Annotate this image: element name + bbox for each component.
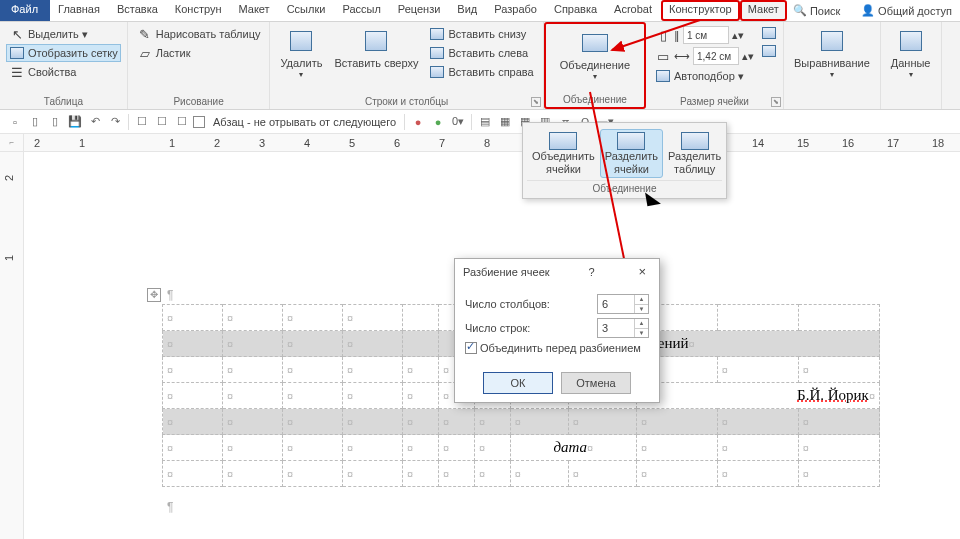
split-table-button[interactable]: Разделить таблицу: [663, 129, 726, 178]
dialog-close[interactable]: ×: [633, 264, 651, 279]
cols-down[interactable]: ▼: [635, 305, 648, 314]
autofit-icon: [655, 68, 671, 84]
tab-insert[interactable]: Вставка: [109, 0, 167, 21]
width-input[interactable]: [693, 47, 739, 65]
insert-right-icon: [429, 64, 445, 80]
width-icon: ▭: [655, 48, 671, 64]
rows-down[interactable]: ▼: [635, 329, 648, 338]
select-button[interactable]: ↖Выделить ▾: [6, 25, 121, 43]
search-icon: 🔍: [793, 4, 807, 17]
draw-table-button[interactable]: ✎Нарисовать таблицу: [134, 25, 264, 43]
properties-button[interactable]: ☰Свойства: [6, 63, 121, 81]
rc-launcher[interactable]: ⬊: [531, 97, 541, 107]
ribbon: ↖Выделить ▾ Отобразить сетку ☰Свойства Т…: [0, 22, 960, 110]
dialog-titlebar[interactable]: Разбиение ячеек ? ×: [455, 259, 659, 284]
col-width[interactable]: ▭⟷ ▴▾: [652, 46, 757, 66]
toggle1[interactable]: ☐: [133, 113, 151, 131]
table-move-handle[interactable]: ✥: [147, 288, 161, 302]
cols-input[interactable]: [598, 295, 634, 313]
tab-mail[interactable]: Рассыл: [334, 0, 389, 21]
dot2[interactable]: ●: [429, 113, 447, 131]
tab-table-design[interactable]: Конструктор: [661, 0, 740, 21]
tab-home[interactable]: Главная: [50, 0, 109, 21]
properties-icon: ☰: [9, 64, 25, 80]
para-mark: ¶: [167, 288, 173, 302]
rows-up[interactable]: ▲: [635, 319, 648, 329]
toggle2[interactable]: ☐: [153, 113, 171, 131]
new-icon[interactable]: ▫: [6, 113, 24, 131]
insert-top-icon: [362, 27, 390, 55]
tab-help[interactable]: Справка: [546, 0, 606, 21]
data-dropdown[interactable]: Данные▾: [887, 25, 935, 94]
cols-spinner[interactable]: ▲▼: [597, 294, 649, 314]
group-draw: ✎Нарисовать таблицу ▱Ластик Рисование: [128, 22, 271, 109]
cols-up[interactable]: ▲: [635, 295, 648, 305]
share-button[interactable]: 👤 Общий доступ: [853, 0, 960, 21]
delete-button[interactable]: Удалить▾: [276, 25, 326, 94]
grid2-icon[interactable]: ▦: [496, 113, 514, 131]
tab-design[interactable]: Конструн: [167, 0, 231, 21]
group-title-rc: Строки и столбцы: [276, 94, 536, 109]
rows-label: Число строк:: [465, 322, 597, 334]
tab-table-layout[interactable]: Макет: [740, 0, 787, 21]
rows-spinner[interactable]: ▲▼: [597, 318, 649, 338]
cancel-button[interactable]: Отмена: [561, 372, 631, 394]
group-merge: Объединение▾ Объединение: [544, 22, 646, 109]
tab-layout[interactable]: Макет: [231, 0, 279, 21]
undo-icon[interactable]: ↶: [86, 113, 104, 131]
dist-rows-icon[interactable]: [761, 25, 777, 41]
save-icon[interactable]: 💾: [66, 113, 84, 131]
group-align: Выравнивание▾: [784, 22, 881, 109]
dist-cols-icon[interactable]: [761, 43, 777, 59]
row-height[interactable]: ▯‖ ▴▾: [652, 25, 757, 45]
height-input[interactable]: [683, 26, 729, 44]
align-dropdown[interactable]: Выравнивание▾: [790, 25, 874, 94]
book-icon[interactable]: ▤: [476, 113, 494, 131]
insert-left-icon: [429, 45, 445, 61]
insert-below-button[interactable]: Вставить снизу: [426, 25, 536, 43]
ruler-corner: ⌐: [0, 134, 24, 152]
ruler-vertical[interactable]: 2 1: [0, 152, 24, 539]
insert-top-button[interactable]: Вставить сверху: [330, 25, 422, 94]
zero[interactable]: 0▾: [449, 113, 467, 131]
merge-icon: [581, 29, 609, 57]
delete-icon: [287, 27, 315, 55]
tab-file[interactable]: Файл: [0, 0, 50, 21]
rows-input[interactable]: [598, 319, 634, 337]
tab-refs[interactable]: Ссылки: [279, 0, 335, 21]
ok-button[interactable]: ОК: [483, 372, 553, 394]
height-icon: ▯: [655, 27, 671, 43]
search-box[interactable]: 🔍 Поиск: [787, 0, 847, 21]
dot1[interactable]: ●: [409, 113, 427, 131]
merge-before-checkbox[interactable]: [465, 342, 477, 354]
size-launcher[interactable]: ⬊: [771, 97, 781, 107]
tab-acrobat[interactable]: Acrobat: [606, 0, 661, 21]
tab-dev[interactable]: Разрабо: [486, 0, 546, 21]
para-checkbox[interactable]: [193, 116, 205, 128]
merge-cells-button[interactable]: Объединить ячейки: [527, 129, 600, 178]
autofit-button[interactable]: Автоподбор ▾: [652, 67, 757, 85]
eraser-button[interactable]: ▱Ластик: [134, 44, 264, 62]
pencil-icon: ✎: [137, 26, 153, 42]
merge-before-label: Объединить перед разбиением: [480, 342, 641, 354]
ruler-horizontal[interactable]: 2 1 1 2 3 4 5 6 7 8 9 10 11 12 13 14 15 …: [24, 134, 960, 152]
split-cells-button[interactable]: Разделить ячейки: [600, 129, 663, 178]
show-grid-button[interactable]: Отобразить сетку: [6, 44, 121, 62]
group-cell-size: ▯‖ ▴▾ ▭⟷ ▴▾ Автоподбор ▾ Размер ячейки ⬊: [646, 22, 784, 109]
menu-tabs: Файл Главная Вставка Конструн Макет Ссыл…: [0, 0, 960, 22]
cursor-icon: ↖: [9, 26, 25, 42]
redo-icon[interactable]: ↷: [106, 113, 124, 131]
insert-left-button[interactable]: Вставить слева: [426, 44, 536, 62]
tab-view[interactable]: Вид: [449, 0, 486, 21]
split-cells-icon: [617, 132, 645, 150]
toggle3[interactable]: ☐: [173, 113, 191, 131]
dialog-help[interactable]: ?: [588, 266, 594, 278]
tab-review[interactable]: Рецензи: [390, 0, 450, 21]
share-icon: 👤: [861, 4, 875, 17]
merge-dropdown[interactable]: Объединение▾: [556, 27, 634, 92]
open-icon[interactable]: ▯: [26, 113, 44, 131]
open2-icon[interactable]: ▯: [46, 113, 64, 131]
para-mark-end: ¶: [167, 500, 173, 514]
insert-right-button[interactable]: Вставить справа: [426, 63, 536, 81]
dialog-title-text: Разбиение ячеек: [463, 266, 550, 278]
